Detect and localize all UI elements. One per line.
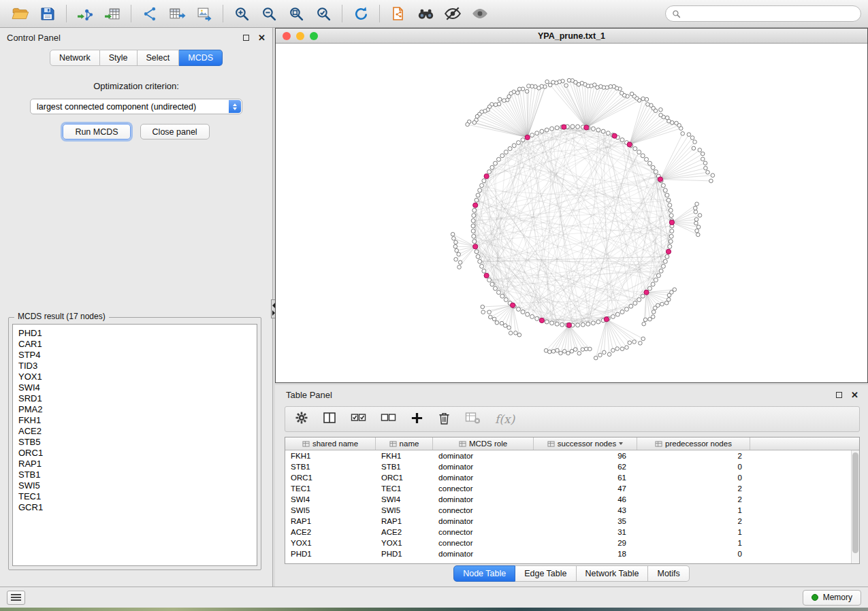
table-cell[interactable]: STB1 [376, 461, 433, 472]
table-cell[interactable]: dominator [433, 516, 534, 527]
table-cell[interactable]: 31 [534, 527, 637, 538]
table-cell[interactable]: 46 [534, 494, 637, 505]
export-image-button[interactable] [191, 2, 218, 25]
mcds-result-item[interactable]: STP4 [18, 350, 251, 361]
column-header-mcds-role[interactable]: MCDS role [433, 437, 534, 450]
tab-network[interactable]: Network [50, 50, 100, 66]
mcds-result-item[interactable]: FKH1 [18, 415, 251, 426]
close-panel-icon[interactable]: ✕ [258, 33, 266, 42]
table-cell[interactable]: 2 [637, 494, 750, 505]
table-row[interactable]: ORC1ORC1dominator610 [285, 472, 851, 483]
float-panel-icon[interactable] [243, 35, 249, 41]
delete-table-button[interactable] [465, 411, 481, 427]
table-cell[interactable]: STB1 [285, 461, 376, 472]
maximize-window-icon[interactable] [310, 32, 318, 40]
select-all-button[interactable] [351, 411, 366, 427]
table-cell[interactable]: ORC1 [376, 472, 433, 483]
table-cell[interactable]: 1 [637, 505, 750, 516]
table-cell[interactable]: PHD1 [285, 548, 376, 559]
table-row[interactable]: ACE2ACE2connector311 [285, 527, 851, 538]
table-cell[interactable]: TEC1 [285, 483, 376, 494]
search-box[interactable] [665, 5, 861, 22]
table-cell[interactable]: YOX1 [376, 538, 433, 548]
zoom-out-button[interactable] [255, 2, 283, 25]
search-input[interactable] [685, 9, 854, 18]
table-cell[interactable]: 1 [637, 527, 750, 538]
show-columns-button[interactable] [323, 411, 336, 427]
minimize-window-icon[interactable] [296, 32, 304, 40]
table-cell[interactable]: 2 [637, 516, 750, 527]
table-cell[interactable]: SWI4 [376, 494, 433, 505]
table-cell[interactable]: 96 [534, 450, 637, 461]
tab-edge-table[interactable]: Edge Table [515, 565, 576, 582]
table-cell[interactable]: dominator [433, 461, 534, 472]
clipboard-share-button[interactable] [385, 2, 412, 25]
table-scrollbar[interactable] [851, 450, 859, 563]
criterion-select[interactable]: largest connected component (undirected) [30, 99, 242, 114]
float-table-panel-icon[interactable] [836, 392, 842, 398]
close-panel-button[interactable]: Close panel [140, 124, 210, 139]
table-cell[interactable]: TEC1 [376, 483, 433, 494]
table-cell[interactable]: 47 [534, 483, 637, 494]
table-cell[interactable]: YOX1 [285, 538, 376, 548]
mcds-result-item[interactable]: SRD1 [18, 393, 251, 404]
mcds-result-item[interactable]: SWI5 [18, 480, 251, 491]
function-builder-button[interactable]: f(x) [495, 412, 515, 426]
table-cell[interactable]: ACE2 [376, 527, 433, 538]
column-header-successor-nodes[interactable]: successor nodes [534, 437, 637, 450]
save-session-button[interactable] [34, 2, 61, 25]
table-cell[interactable]: 29 [534, 538, 637, 548]
table-cell[interactable]: connector [433, 538, 534, 548]
mcds-result-item[interactable]: SWI4 [18, 382, 251, 393]
table-cell[interactable]: 61 [534, 472, 637, 483]
table-cell[interactable]: SWI5 [285, 505, 376, 516]
column-header-shared-name[interactable]: shared name [285, 437, 376, 450]
table-row[interactable]: SWI5SWI5connector431 [285, 505, 851, 516]
mcds-result-item[interactable]: YOX1 [18, 371, 251, 382]
table-cell[interactable]: connector [433, 483, 534, 494]
table-cell[interactable]: FKH1 [285, 450, 376, 461]
unselect-all-button[interactable] [381, 411, 396, 427]
menu-button[interactable] [7, 591, 25, 605]
hide-panel-button[interactable] [466, 2, 494, 25]
table-cell[interactable]: 2 [637, 483, 750, 494]
column-header-predecessor-nodes[interactable]: predecessor nodes [637, 437, 750, 450]
table-cell[interactable]: connector [433, 505, 534, 516]
table-row[interactable]: STB1STB1dominator620 [285, 461, 851, 472]
import-network-file-button[interactable] [71, 2, 99, 25]
export-network-button[interactable] [136, 2, 163, 25]
table-cell[interactable]: dominator [433, 450, 534, 461]
find-button[interactable] [412, 2, 439, 25]
zoom-in-button[interactable] [228, 2, 255, 25]
close-window-icon[interactable] [283, 32, 291, 40]
mcds-result-list[interactable]: PHD1CAR1STP4TID3YOX1SWI4SRD1PMA2FKH1ACE2… [12, 324, 257, 566]
table-cell[interactable]: 0 [637, 472, 750, 483]
tab-motifs[interactable]: Motifs [648, 565, 689, 582]
table-cell[interactable]: RAP1 [285, 516, 376, 527]
run-mcds-button[interactable]: Run MCDS [63, 124, 130, 139]
export-table-button[interactable] [163, 2, 191, 25]
table-cell[interactable]: dominator [433, 472, 534, 483]
tab-network-table[interactable]: Network Table [577, 565, 649, 582]
table-row[interactable]: PHD1PHD1dominator180 [285, 548, 851, 559]
mcds-result-item[interactable]: TEC1 [18, 491, 251, 502]
mcds-result-item[interactable]: TID3 [18, 361, 251, 371]
tab-node-table[interactable]: Node Table [453, 565, 515, 582]
memory-button[interactable]: Memory [803, 590, 861, 606]
table-cell[interactable]: RAP1 [376, 516, 433, 527]
table-cell[interactable]: 43 [534, 505, 637, 516]
table-cell[interactable]: 35 [534, 516, 637, 527]
style-toggle-button[interactable] [439, 2, 466, 25]
table-cell[interactable]: 1 [637, 538, 750, 548]
table-row[interactable]: FKH1FKH1dominator962 [285, 450, 851, 461]
column-header-name[interactable]: name [376, 437, 433, 450]
table-cell[interactable]: dominator [433, 548, 534, 559]
tab-style[interactable]: Style [100, 50, 138, 66]
zoom-fit-button[interactable] [283, 2, 310, 25]
table-cell[interactable]: 0 [637, 548, 750, 559]
table-cell[interactable]: 62 [534, 461, 637, 472]
refresh-button[interactable] [347, 2, 374, 25]
mcds-result-item[interactable]: ORC1 [18, 448, 251, 459]
table-row[interactable]: YOX1YOX1connector291 [285, 538, 851, 548]
table-cell[interactable]: 0 [637, 461, 750, 472]
